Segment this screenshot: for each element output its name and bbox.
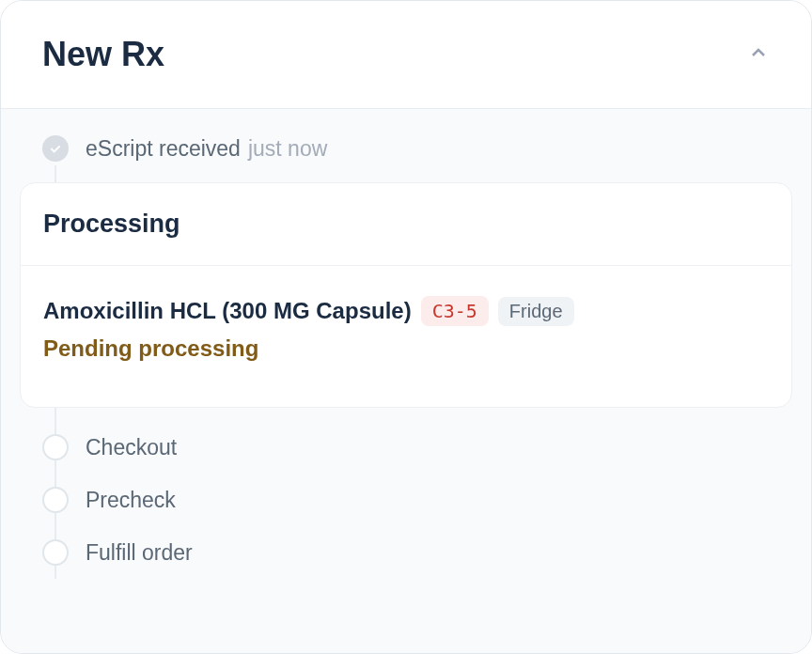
card-header: Processing <box>21 183 791 266</box>
card-title: Processing <box>43 210 769 239</box>
step-label: Fulfill order <box>86 540 193 566</box>
step-pending: Checkout <box>1 434 811 460</box>
step-label: Checkout <box>86 435 177 460</box>
step-label: Precheck <box>86 488 176 513</box>
step-completed: eScript received just now <box>1 135 811 162</box>
step-pending: Fulfill order <box>1 539 811 566</box>
circle-icon <box>42 487 69 513</box>
step-label: eScript received <box>86 136 241 162</box>
circle-icon <box>42 434 69 460</box>
card-body: Amoxicillin HCL (300 MG Capsule) C3-5 Fr… <box>21 266 791 407</box>
pending-steps: Checkout Precheck Fulfill order <box>1 434 811 566</box>
step-pending: Precheck <box>1 487 811 513</box>
fridge-badge: Fridge <box>498 297 574 326</box>
controlled-substance-badge: C3-5 <box>421 296 489 326</box>
panel-header[interactable]: New Rx <box>1 1 811 109</box>
drug-name: Amoxicillin HCL (300 MG Capsule) <box>43 298 412 324</box>
check-circle-icon <box>42 135 69 162</box>
circle-icon <box>42 539 69 566</box>
processing-card: Processing Amoxicillin HCL (300 MG Capsu… <box>20 182 792 408</box>
drug-line: Amoxicillin HCL (300 MG Capsule) C3-5 Fr… <box>43 296 769 326</box>
chevron-up-icon <box>747 41 770 68</box>
panel-body: eScript received just now Processing Amo… <box>1 109 811 653</box>
status-badge: Pending processing <box>43 335 769 362</box>
panel-title: New Rx <box>42 35 164 74</box>
step-time: just now <box>248 136 327 162</box>
rx-panel: New Rx eScript received just now Process… <box>0 0 812 654</box>
